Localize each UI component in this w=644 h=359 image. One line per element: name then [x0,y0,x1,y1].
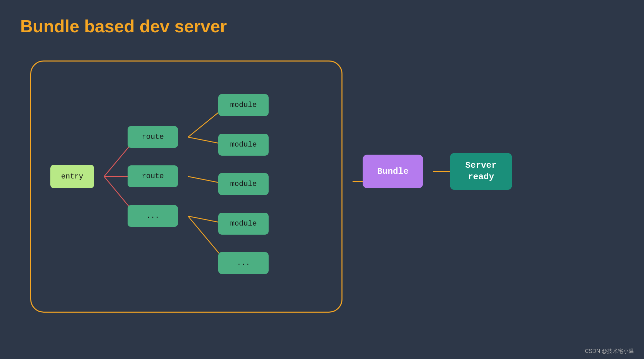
node-module2: module [218,134,269,156]
node-route1: route [128,126,178,148]
node-entry: entry [50,165,94,188]
main-container: entry route route ... module module modu… [20,50,625,343]
node-bundle: Bundle [363,155,423,188]
node-module1: module [218,94,269,116]
node-route3: ... [128,205,178,227]
node-server-ready: Serverready [450,153,512,190]
node-route2: route [128,165,178,187]
watermark: CSDN @技术宅小温 [585,348,634,355]
slide-title: Bundle based dev server [20,16,227,36]
node-module5: ... [218,252,269,274]
node-module3: module [218,173,269,195]
node-module4: module [218,213,269,235]
